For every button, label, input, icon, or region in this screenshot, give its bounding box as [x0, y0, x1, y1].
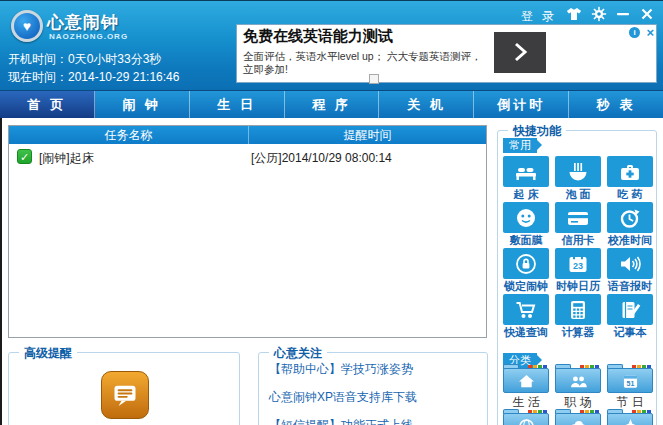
- folder-body: 51: [607, 368, 653, 393]
- folder-house[interactable]: 生 活: [503, 364, 549, 407]
- folder-spark[interactable]: [607, 409, 653, 425]
- ad-text-line1: 全面评估，英语水平level up； 六大专题英语测评，: [243, 50, 482, 64]
- uptime-text: 开机时间：0天0小时33分3秒: [8, 51, 161, 68]
- globe-icon: [516, 416, 537, 425]
- focus-box: 心意关注 【帮助中心】学技巧涨姿势心意闹钟XP语音支持库下载【短信提醒】功能正式…: [258, 352, 488, 425]
- tile-mask[interactable]: 敷面膜: [503, 202, 549, 247]
- skin-shirt-icon[interactable]: [564, 5, 584, 23]
- header: ♥ 心意闹钟 NAOZHONG.ORG 开机时间：0天0小时33分3秒 现在时间…: [0, 0, 663, 90]
- credit-card-icon: [566, 206, 590, 230]
- folder-body: [503, 413, 549, 425]
- credit-card-tile: [555, 202, 601, 233]
- tab-birthday[interactable]: 生 日: [190, 91, 285, 118]
- tile-medkit[interactable]: 吃 药: [607, 156, 653, 201]
- folder-cloud[interactable]: [555, 409, 601, 425]
- tile-notebook[interactable]: 记事本: [607, 294, 653, 339]
- app-subtitle: NAOZHONG.ORG: [49, 32, 128, 41]
- tile-label: 校准时间: [604, 233, 656, 247]
- tile-lock[interactable]: 锁定闹钟: [503, 248, 549, 293]
- medkit-icon: [618, 160, 642, 184]
- common-grid: 起 床泡 面吃 药敷面膜信用卡校准时间锁定闹钟23时钟日历语音报时快递查询计算器…: [503, 156, 653, 339]
- task-name: [闹钟]起床: [39, 150, 94, 167]
- advanced-reminder-box: 高级提醒: [8, 352, 240, 425]
- tab-stopwatch[interactable]: 秒 表: [569, 91, 663, 118]
- category-grid: 生 活职 场51节 日: [503, 364, 653, 425]
- svg-text:23: 23: [573, 261, 583, 271]
- tile-speaker[interactable]: 语音报时: [607, 248, 653, 293]
- tile-label: 语音报时: [604, 279, 656, 293]
- ad-close-icon[interactable]: ×: [646, 25, 654, 40]
- folder-body: [503, 368, 549, 393]
- folder-dots: [528, 365, 547, 368]
- tab-shutdown[interactable]: 关 机: [379, 91, 474, 118]
- app-title: 心意闹钟: [47, 11, 119, 34]
- noodles-icon: [566, 160, 590, 184]
- sms-message-icon[interactable]: [101, 371, 149, 419]
- calculator-icon: [566, 298, 590, 322]
- tile-bed[interactable]: 起 床: [503, 156, 549, 201]
- tab-home[interactable]: 首 页: [0, 91, 95, 118]
- folder-dots: [632, 410, 651, 413]
- tile-label: 快递查询: [500, 325, 552, 339]
- bed-icon: [514, 160, 538, 184]
- ad-checkbox[interactable]: [369, 74, 379, 84]
- tab-alarm[interactable]: 闹 钟: [95, 91, 190, 118]
- ad-banner[interactable]: 免费在线英语能力测试 全面评估，英语水平level up； 六大专题英语测评， …: [236, 24, 657, 83]
- focus-link-1[interactable]: 心意闹钟XP语音支持库下载: [269, 389, 487, 406]
- task-time: [公历]2014/10/29 08:00:14: [251, 150, 392, 167]
- tab-countdown[interactable]: 倒计时: [474, 91, 569, 118]
- ad-title: 免费在线英语能力测试: [243, 27, 393, 46]
- ad-info-icon[interactable]: i: [629, 27, 640, 38]
- focus-title: 心意关注: [269, 345, 327, 362]
- task-row[interactable]: ✓[闹钟]起床[公历]2014/10/29 08:00:14: [9, 144, 486, 170]
- cart-icon: [514, 298, 538, 322]
- advanced-reminder-title: 高级提醒: [19, 345, 77, 362]
- tile-label: 记事本: [604, 325, 656, 339]
- folder-globe[interactable]: [503, 409, 549, 425]
- login-link[interactable]: 登 录: [521, 8, 557, 25]
- focus-links: 【帮助中心】学技巧涨姿势心意闹钟XP语音支持库下载【短信提醒】功能正式上线: [269, 361, 487, 425]
- noodles-tile: [555, 156, 601, 187]
- minimize-icon[interactable]: [613, 5, 633, 23]
- tile-clock-sync[interactable]: 校准时间: [607, 202, 653, 247]
- folder-calendar51[interactable]: 51节 日: [607, 364, 653, 407]
- tile-label: 计算器: [552, 325, 604, 339]
- speaker-icon: [618, 252, 642, 276]
- focus-link-2[interactable]: 【短信提醒】功能正式上线: [269, 417, 487, 425]
- tile-label: 吃 药: [604, 187, 656, 201]
- focus-link-0[interactable]: 【帮助中心】学技巧涨姿势: [269, 361, 487, 378]
- bed-tile: [503, 156, 549, 187]
- cart-tile: [503, 294, 549, 325]
- cloud-icon: [568, 416, 589, 425]
- tile-calculator[interactable]: 计算器: [555, 294, 601, 339]
- task-checkbox[interactable]: ✓: [17, 149, 32, 164]
- mask-icon: [514, 206, 538, 230]
- tile-label: 敷面膜: [500, 233, 552, 247]
- house-icon: [516, 371, 537, 392]
- settings-gear-icon[interactable]: [589, 5, 609, 23]
- tile-label: 时钟日历: [552, 279, 604, 293]
- column-remind-time: 提醒时间: [249, 126, 486, 144]
- task-table: 任务名称 提醒时间 ✓[闹钟]起床[公历]2014/10/29 08:00:14: [8, 125, 487, 338]
- spark-icon: [620, 416, 641, 425]
- folder-body: [607, 413, 653, 425]
- tab-program[interactable]: 程 序: [285, 91, 380, 118]
- app-logo-heart-icon: ♥: [11, 10, 43, 42]
- ad-go-button[interactable]: [494, 32, 546, 73]
- tile-credit-card[interactable]: 信用卡: [555, 202, 601, 247]
- tile-label: 锁定闹钟: [500, 279, 552, 293]
- ad-text-line2: 立即参加!: [243, 63, 288, 77]
- tile-noodles[interactable]: 泡 面: [555, 156, 601, 201]
- app-window: ♥ 心意闹钟 NAOZHONG.ORG 开机时间：0天0小时33分3秒 现在时间…: [0, 0, 663, 425]
- tile-label: 信用卡: [552, 233, 604, 247]
- quick-functions-box: 快捷功能 常用 起 床泡 面吃 药敷面膜信用卡校准时间锁定闹钟23时钟日历语音报…: [497, 130, 657, 425]
- close-icon[interactable]: [637, 5, 657, 23]
- folder-dots: [580, 365, 599, 368]
- tile-calendar[interactable]: 23时钟日历: [555, 248, 601, 293]
- tile-cart[interactable]: 快递查询: [503, 294, 549, 339]
- calculator-tile: [555, 294, 601, 325]
- calendar-icon: 23: [566, 252, 590, 276]
- task-table-header: 任务名称 提醒时间: [9, 126, 486, 144]
- folder-people[interactable]: 职 场: [555, 364, 601, 407]
- tile-label: 泡 面: [552, 187, 604, 201]
